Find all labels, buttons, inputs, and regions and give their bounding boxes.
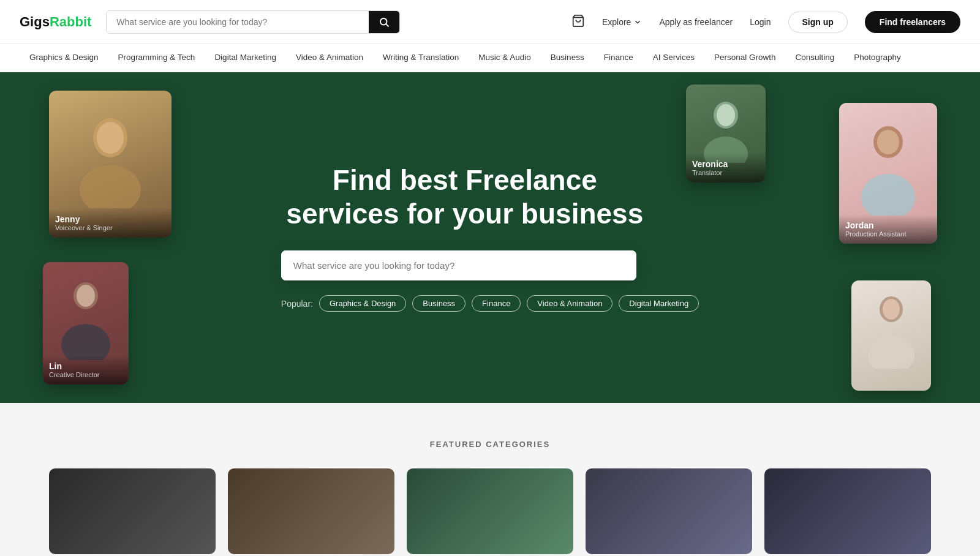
freelancer-card-jordan[interactable]: Jordan Production Assistant	[839, 103, 937, 244]
lin-photo	[43, 262, 129, 360]
veronica-photo	[686, 85, 766, 163]
lin-label: Lin Creative Director	[43, 355, 129, 385]
cat-nav-item[interactable]: Graphics & Design	[20, 44, 108, 72]
svg-point-14	[77, 285, 95, 307]
find-freelancers-button[interactable]: Find freelancers	[865, 11, 960, 33]
cat-nav-item[interactable]: Consulting	[786, 44, 845, 72]
hero-search-input[interactable]	[281, 250, 636, 280]
popular-tag[interactable]: Digital Marketing	[619, 295, 699, 312]
header: Gigs Rabbit Explore Apply as freelancer …	[0, 0, 980, 44]
jenny-photo	[49, 91, 172, 208]
search-icon	[379, 17, 390, 28]
logo-rabbit: Rabbit	[50, 14, 91, 30]
bottom-right-silhouette	[865, 289, 918, 369]
jordan-name: Jordan	[845, 220, 931, 230]
jordan-photo	[839, 103, 937, 216]
jordan-label: Jordan Production Assistant	[839, 214, 937, 244]
signup-button[interactable]: Sign up	[788, 12, 848, 32]
freelancer-card-jenny[interactable]: Jenny Voiceover & Singer	[49, 91, 172, 238]
svg-point-5	[97, 122, 124, 154]
header-nav: Explore Apply as freelancer Login Sign u…	[571, 11, 960, 33]
hero-title: Find best Freelance services for your bu…	[281, 163, 649, 231]
lin-name: Lin	[49, 361, 123, 371]
jordan-role: Production Assistant	[845, 230, 931, 238]
cat-nav-item[interactable]: AI Services	[643, 44, 704, 72]
svg-point-0	[380, 18, 387, 25]
lin-role: Creative Director	[49, 371, 123, 378]
cat-nav-item[interactable]: Digital Marketing	[205, 44, 286, 72]
jenny-name: Jenny	[55, 214, 165, 224]
hero-content: Find best Freelance services for your bu…	[281, 163, 699, 312]
popular-label: Popular:	[281, 299, 313, 309]
jenny-label: Jenny Voiceover & Singer	[49, 208, 172, 238]
svg-line-1	[386, 24, 389, 26]
cat-card-4[interactable]	[586, 468, 752, 554]
popular-tag[interactable]: Graphics & Design	[319, 295, 406, 312]
cat-card-1[interactable]	[49, 468, 216, 554]
categories-grid	[49, 468, 931, 554]
freelancer-card-lin[interactable]: Lin Creative Director	[43, 262, 129, 385]
svg-point-17	[883, 299, 900, 320]
categories-nav: Graphics & DesignProgramming & TechDigit…	[0, 44, 980, 72]
veronica-name: Veronica	[692, 159, 760, 169]
header-search-bar	[106, 10, 400, 34]
header-search-input[interactable]	[107, 11, 369, 33]
cat-card-5[interactable]	[764, 468, 931, 554]
popular-tag[interactable]: Finance	[472, 295, 521, 312]
jenny-silhouette	[74, 110, 147, 208]
popular-row: Popular: Graphics & DesignBusinessFinanc…	[281, 295, 699, 312]
cat-card-2[interactable]	[228, 468, 394, 554]
cat-card-3[interactable]	[407, 468, 573, 554]
header-search-button[interactable]	[369, 11, 399, 33]
cat-nav-item[interactable]: Finance	[594, 44, 643, 72]
veronica-role: Translator	[692, 169, 760, 176]
svg-point-4	[80, 165, 141, 208]
popular-tag[interactable]: Video & Animation	[527, 295, 612, 312]
logo[interactable]: Gigs Rabbit	[20, 14, 91, 30]
svg-point-11	[877, 130, 899, 154]
cat-nav-item[interactable]: Personal Growth	[704, 44, 786, 72]
svg-point-8	[717, 104, 735, 126]
hero-section: Jenny Voiceover & Singer Veronica Transl…	[0, 72, 980, 403]
lin-silhouette	[58, 274, 113, 360]
login-link[interactable]: Login	[750, 17, 771, 27]
cat-nav-item[interactable]: Programming & Tech	[108, 44, 205, 72]
apply-freelancer-link[interactable]: Apply as freelancer	[659, 17, 733, 27]
featured-section: FEATURED CATEGORIES	[0, 403, 980, 556]
popular-tag[interactable]: Business	[412, 295, 466, 312]
bottom-right-photo	[851, 280, 931, 369]
cat-nav-item[interactable]: Video & Animation	[286, 44, 373, 72]
featured-title: FEATURED CATEGORIES	[49, 440, 931, 449]
chevron-down-icon	[633, 18, 642, 26]
svg-point-16	[868, 336, 914, 369]
jordan-silhouette	[858, 118, 919, 216]
freelancer-card-bottom-right[interactable]	[851, 280, 931, 391]
svg-point-10	[861, 174, 915, 216]
cat-nav-item[interactable]: Business	[541, 44, 594, 72]
cart-link[interactable]	[571, 14, 585, 29]
jenny-role: Voiceover & Singer	[55, 224, 165, 231]
cat-nav-item[interactable]: Photography	[844, 44, 911, 72]
cat-nav-item[interactable]: Music & Audio	[469, 44, 541, 72]
cart-icon	[571, 14, 585, 28]
hero-search-bar	[281, 250, 636, 280]
cat-nav-item[interactable]: Writing & Translation	[373, 44, 469, 72]
explore-link[interactable]: Explore	[602, 17, 642, 27]
logo-gigs: Gigs	[20, 14, 50, 30]
